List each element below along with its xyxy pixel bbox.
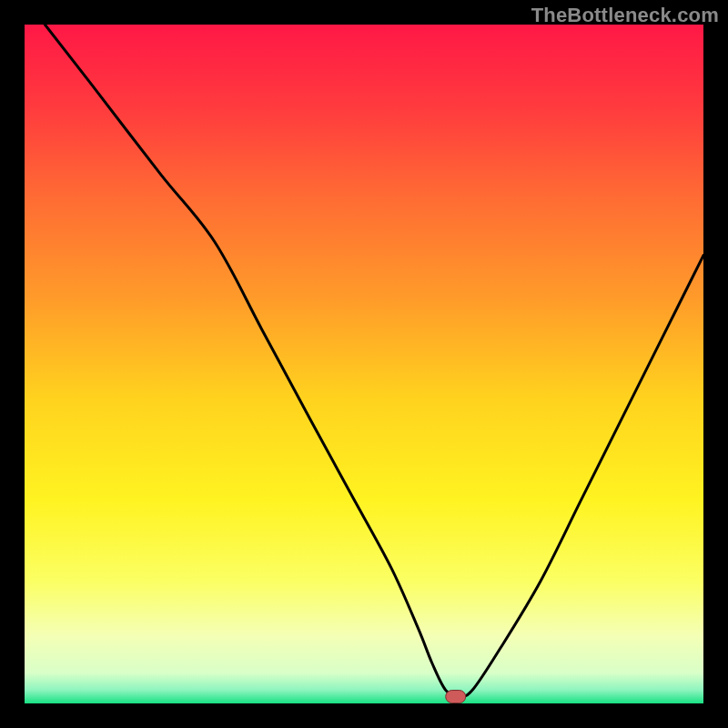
optimum-marker [446,691,466,703]
chart-frame: TheBottleneck.com [0,0,728,728]
chart-svg [25,25,703,703]
plot-area [25,25,703,703]
gradient-background [25,25,703,703]
